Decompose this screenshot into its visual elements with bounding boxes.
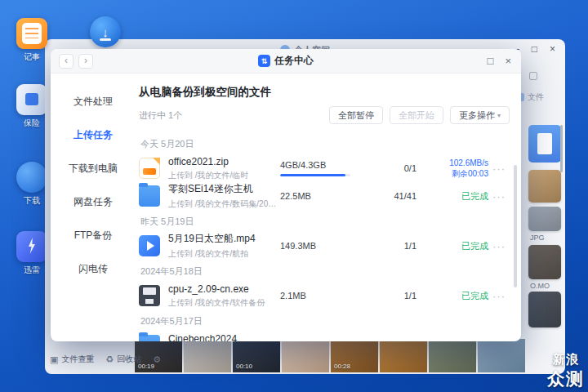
recycle-bin-button[interactable]: ♻ 回收站 [105,354,141,365]
task-count: 0/1 [358,163,416,173]
sidebar-item-ftp-backup[interactable]: FTP备份 [51,219,136,252]
modal-maximize-button[interactable]: □ [488,55,494,67]
task-list: 今天 5月20日 office2021.zip 上传到 /我的文件/临时 4GB… [139,132,510,341]
task-count: 21809/21809 [358,341,416,341]
modal-window-controls: □ × [488,55,511,67]
recycle-bin-label: 回收站 [117,354,141,365]
task-count: 1/1 [358,241,416,251]
desktop: 记事 ↓ 保险 下载 迅雷 个人空间 — □ × 文件 JPG [0,0,588,392]
download-app-icon[interactable]: ↓ [90,16,121,47]
task-status: 已完成 [416,190,488,203]
media-thumbnail[interactable] [380,339,427,372]
settings-button[interactable]: ⚙ [153,354,161,365]
pause-all-button[interactable]: 全部暂停 [329,106,383,124]
task-more-button[interactable]: ··· [488,290,510,302]
folder-icon [139,185,160,207]
chevron-down-icon: ▾ [497,112,501,119]
more-operations-button[interactable]: 更多操作 ▾ [450,106,510,124]
media-thumbnail[interactable]: 00:10 [233,339,280,372]
file-name-label: JPG [530,234,545,242]
dedupe-icon: ▣ [50,354,58,365]
dedupe-label: 文件查重 [61,354,94,365]
safe-box-app-label: 保险 [11,118,52,129]
page-title: 从电脑备份到极空间的文件 [139,85,510,100]
task-speed: 102.6MB/s 剩余00:03 [416,158,488,180]
date-group-header: 昨天 5月19日 [139,210,510,232]
thunder-app-icon[interactable] [16,231,47,262]
task-row[interactable]: Cinebench2024 上传到 /我的文件/软件备份 2.4GB 21809… [139,332,510,341]
task-center-window: ‹ › ⇅ 任务中心 □ × 文件处理 上传任务 下载到电脑 网盘任务 FTP备… [51,49,521,341]
file-list-right-column: JPG O.MO [528,39,563,374]
task-row[interactable]: 5月19日太空船.mp4 上传到 /我的文件/航拍 149.3MB 1/1 已完… [139,232,510,260]
file-dedupe-button[interactable]: ▣ 文件查重 [50,354,94,365]
task-center-titlebar: ‹ › ⇅ 任务中心 □ × [51,49,521,74]
safe-box-app-icon[interactable] [16,84,47,115]
task-row[interactable]: office2021.zip 上传到 /我的文件/临时 4GB/4.3GB 0/… [139,154,510,182]
task-size: 149.3MB [280,241,358,251]
notes-app-icon[interactable] [16,18,47,49]
media-thumbnail[interactable] [429,339,476,372]
watermark: 新浪 众测 [547,352,585,390]
media-thumbnail[interactable] [478,339,525,372]
task-more-button[interactable]: ··· [488,240,510,252]
task-size: 2.4GB [280,341,358,341]
sidebar-item-flash-transfer[interactable]: 闪电传 [51,252,136,286]
notes-app-label: 记事 [11,51,52,63]
gear-icon: ⚙ [153,354,161,365]
sidebar-item-file-processing[interactable]: 文件处理 [51,85,136,118]
task-name: cpu-z_2.09-cn.exe [168,283,280,295]
task-count: 41/41 [358,191,416,201]
task-size: 2.1MB [280,291,358,301]
date-group-header: 今天 5月20日 [139,132,510,154]
photo-file-thumbnail[interactable] [528,207,561,231]
document-file-thumbnail[interactable] [528,125,561,163]
download-arrow-icon: ↓ [102,25,109,39]
sidebar-item-download-to-pc[interactable]: 下载到电脑 [51,152,136,185]
recycle-bin-icon: ♻ [105,354,114,365]
date-group-header: 2024年5月17日 [139,310,510,332]
sidebar-item-cloud-drive-tasks[interactable]: 网盘任务 [51,185,136,219]
download-manager-app-label: 下载 [11,195,52,207]
task-name: office2021.zip [168,156,280,167]
photo-file-thumbnail[interactable] [528,292,561,327]
video-duration: 00:28 [334,363,350,370]
folder-icon [139,335,160,341]
forward-button[interactable]: › [78,54,93,69]
photo-file-thumbnail[interactable] [528,245,561,279]
sidebar-item-upload-tasks[interactable]: 上传任务 [51,118,136,152]
task-size: 4GB/4.3GB [280,160,358,176]
modal-close-button[interactable]: × [505,55,511,67]
back-button[interactable]: ‹ [59,54,74,69]
task-destination: 上传到 /我的文件/航拍 [168,248,280,260]
task-row[interactable]: cpu-z_2.09-cn.exe 上传到 /我的文件/软件备份 2.1MB 1… [139,282,510,310]
task-list-panel: 从电脑备份到极空间的文件 进行中 1个 全部暂停 全部开始 更多操作 ▾ 今天 … [136,74,521,341]
download-manager-app-icon[interactable] [16,162,47,193]
task-row[interactable]: 零刻SEi14迷你主机 上传到 /我的文件/数码集/2024年 22.5MB 4… [139,182,510,210]
task-name: 零刻SEi14迷你主机 [168,182,280,196]
tasks-progress-count: 进行中 1个 [139,109,329,122]
task-size: 22.5MB [280,191,358,201]
task-center-sidebar: 文件处理 上传任务 下载到电脑 网盘任务 FTP备份 闪电传 [51,74,136,341]
task-destination: 上传到 /我的文件/数码集/2024年 [168,198,280,210]
media-thumbnail[interactable] [184,339,231,372]
task-destination: 上传到 /我的文件/临时 [168,170,280,181]
media-thumbnail[interactable] [282,339,329,372]
task-more-button[interactable]: ··· [488,163,510,175]
scrollbar[interactable] [560,125,563,172]
task-destination: 上传到 /我的文件/软件备份 [168,297,280,309]
task-more-button[interactable]: ··· [488,190,510,203]
task-name: Cinebench2024 [168,333,280,342]
scrollbar[interactable] [514,165,517,287]
progress-bar [280,174,350,176]
media-thumbnail[interactable]: 00:28 [331,339,378,372]
video-duration: 00:10 [236,363,252,370]
thunder-app-label: 迅雷 [11,265,52,276]
start-all-button[interactable]: 全部开始 [390,106,443,124]
video-file-icon [139,235,160,256]
task-center-title-area: ⇅ 任务中心 [258,54,314,68]
photo-file-thumbnail[interactable] [528,170,561,203]
executable-file-icon [139,285,160,306]
bulk-actions: 全部暂停 全部开始 更多操作 ▾ [329,106,510,124]
task-more-button[interactable]: ··· [488,340,510,342]
task-status: 已完成 [416,240,488,252]
